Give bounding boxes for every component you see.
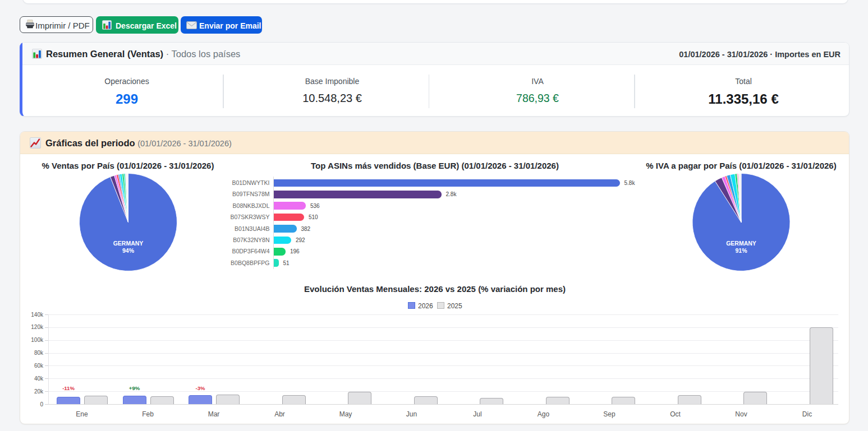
svg-text:GERMANY: GERMANY	[726, 240, 756, 247]
svg-text:91%: 91%	[735, 247, 747, 254]
svg-text:94%: 94%	[122, 247, 135, 254]
svg-text:GERMANY: GERMANY	[113, 240, 144, 247]
